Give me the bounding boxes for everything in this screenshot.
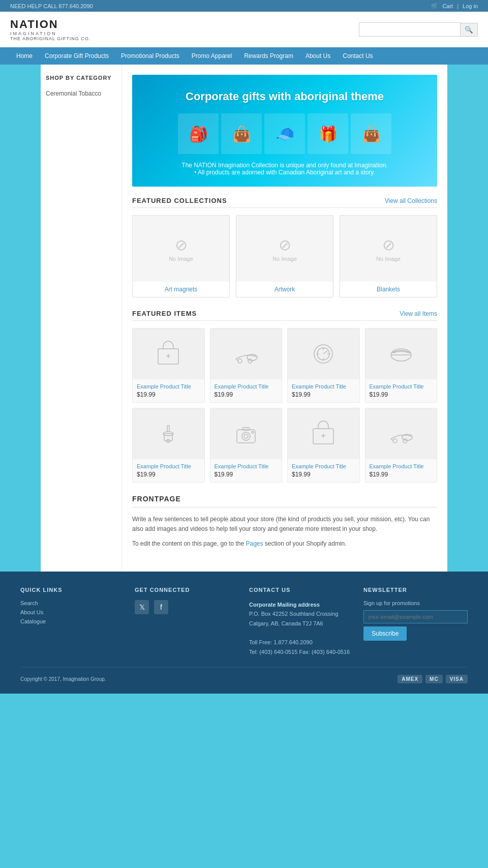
- product-card-4[interactable]: Example Product Title $19.99: [132, 408, 205, 483]
- nav-promotional[interactable]: Promotional Products: [115, 47, 186, 65]
- logo[interactable]: NATION IMAGINATION THE ABORIGINAL GIFTIN…: [10, 18, 90, 41]
- collection-card-artwork[interactable]: ⊘ No Image Artwork: [236, 215, 333, 297]
- product-price-1: $19.99: [215, 391, 278, 398]
- newsletter-title: NEWSLETTER: [363, 587, 468, 593]
- collection-name-art-magnets: Art magnets: [133, 282, 229, 297]
- nav-about[interactable]: About Us: [299, 47, 337, 65]
- footer-link-about[interactable]: About Us: [20, 609, 125, 615]
- svg-point-26: [252, 431, 254, 433]
- product-title-5: Example Product Title: [215, 463, 278, 469]
- nav-promo-apparel[interactable]: Promo Apparel: [186, 47, 238, 65]
- collection-card-blankets[interactable]: ⊘ No Image Blankets: [340, 215, 437, 297]
- product-title-2: Example Product Title: [292, 383, 355, 390]
- sidebar-item-ceremonial-tobacco[interactable]: Ceremonial Tobacco: [46, 88, 116, 99]
- hero-products: 🎒 👜 🧢 🎁 👜: [178, 113, 391, 154]
- product-card-6[interactable]: Example Product Title $19.99: [287, 408, 360, 483]
- search-container: 🔍: [359, 22, 478, 37]
- main-wrapper: SHOP BY CATEGORY Ceremonial Tobacco Corp…: [41, 65, 447, 572]
- product-image-1: [210, 328, 282, 379]
- address-title: Corporate Mailing address: [249, 602, 320, 608]
- hero-product-bag: 👜: [221, 113, 262, 154]
- payment-amex: AMEX: [398, 675, 422, 683]
- svg-point-6: [248, 359, 252, 363]
- no-image-icon-blankets: ⊘: [382, 236, 395, 254]
- product-info-2: Example Product Title $19.99: [288, 379, 359, 402]
- footer-contact-details: Corporate Mailing address P.O. Box 42252…: [249, 600, 353, 657]
- nav-corporate-gift[interactable]: Corporate Gift Products: [39, 47, 115, 65]
- footer-quick-links: QUICK LINKS Search About Us Catalogue: [20, 587, 125, 657]
- product-image-6: [288, 408, 359, 459]
- no-image-label-artwork: No Image: [272, 256, 297, 262]
- product-card-0[interactable]: Example Product Title $19.99: [132, 328, 205, 403]
- logo-main: NATION: [10, 18, 90, 31]
- footer-link-catalogue[interactable]: Catalogue: [20, 618, 125, 624]
- view-all-items[interactable]: View all Items: [400, 310, 437, 317]
- product-card-3[interactable]: Example Product Title $19.99: [365, 328, 438, 403]
- featured-collections-section: FEATURED COLLECTIONS View all Collection…: [132, 197, 437, 297]
- product-info-4: Example Product Title $19.99: [133, 459, 204, 482]
- copyright: Copyright © 2017, Imagination Group.: [20, 676, 106, 682]
- collections-grid: ⊘ No Image Art magnets ⊘ No Image Artwor…: [132, 215, 437, 297]
- login-link[interactable]: Log in: [463, 3, 478, 9]
- product-title-1: Example Product Title: [215, 383, 278, 390]
- payment-visa: VISA: [446, 675, 468, 683]
- tel: Tel: (403) 640-0515: [249, 649, 297, 655]
- search-button[interactable]: 🔍: [461, 23, 478, 37]
- address-line2: Calgary, AB, Canada T2J 7A6: [249, 620, 323, 626]
- collection-card-art-magnets[interactable]: ⊘ No Image Art magnets: [132, 215, 230, 297]
- subscribe-button[interactable]: Subscribe: [363, 626, 407, 641]
- product-card-5[interactable]: Example Product Title $19.99: [210, 408, 283, 483]
- nav-rewards[interactable]: Rewards Program: [238, 47, 299, 65]
- footer-link-search[interactable]: Search: [20, 600, 125, 606]
- product-image-7: [365, 408, 437, 459]
- svg-point-33: [403, 439, 407, 443]
- svg-point-23: [242, 432, 250, 440]
- hero-product-gift: 🎁: [308, 113, 348, 154]
- quick-links-title: QUICK LINKS: [20, 587, 125, 593]
- main-content: Corporate gifts with aboriginal theme 🎒 …: [122, 65, 447, 572]
- svg-rect-25: [242, 428, 250, 430]
- product-card-2[interactable]: Example Product Title $19.99: [287, 328, 360, 403]
- view-all-collections[interactable]: View all Collections: [385, 197, 437, 204]
- newsletter-email-input[interactable]: [363, 610, 468, 623]
- collections-title: FEATURED COLLECTIONS: [132, 197, 227, 204]
- cart-icon: 🛒: [431, 3, 438, 9]
- cart-link[interactable]: Cart: [442, 3, 453, 9]
- sidebar-title: SHOP BY CATEGORY: [46, 75, 116, 81]
- sidebar: SHOP BY CATEGORY Ceremonial Tobacco: [41, 65, 122, 572]
- top-bar: NEED HELP CALL 877.640.2090 🛒 Cart | Log…: [0, 0, 488, 12]
- twitter-icon[interactable]: 𝕏: [135, 600, 149, 614]
- product-card-7[interactable]: Example Product Title $19.99: [365, 408, 438, 483]
- product-title-4: Example Product Title: [137, 463, 200, 469]
- collection-image-blankets: ⊘ No Image: [340, 216, 437, 282]
- product-card-1[interactable]: Example Product Title $19.99: [210, 328, 283, 403]
- hero-banner: Corporate gifts with aboriginal theme 🎒 …: [132, 75, 437, 187]
- footer-newsletter: NEWSLETTER Sign up for promotions Subscr…: [363, 587, 468, 657]
- product-price-3: $19.99: [370, 391, 433, 398]
- hero-product-backpack: 🎒: [178, 113, 219, 154]
- featured-items-section: FEATURED ITEMS View all Items Example: [132, 310, 437, 483]
- nav-home[interactable]: Home: [10, 47, 39, 65]
- fax: Fax: (403) 640-0516: [299, 649, 350, 655]
- collection-image-artwork: ⊘ No Image: [236, 216, 333, 282]
- pages-link[interactable]: Pages: [246, 540, 263, 547]
- get-connected-title: GET CONNECTED: [135, 587, 239, 593]
- svg-point-24: [244, 434, 248, 438]
- footer-bottom: Copyright © 2017, Imagination Group. AME…: [20, 667, 468, 683]
- product-info-7: Example Product Title $19.99: [365, 459, 437, 482]
- divider: |: [457, 3, 459, 9]
- product-title-7: Example Product Title: [370, 463, 433, 469]
- frontpage-title: FRONTPAGE: [132, 495, 437, 507]
- nav-contact[interactable]: Contact Us: [337, 47, 379, 65]
- payment-icons: AMEX MC VISA: [398, 675, 468, 683]
- product-title-6: Example Product Title: [292, 463, 355, 469]
- footer-contact-us: CONTACT US Corporate Mailing address P.O…: [249, 587, 353, 657]
- product-price-2: $19.99: [292, 391, 355, 398]
- search-input[interactable]: [359, 22, 461, 37]
- no-image-icon-artwork: ⊘: [279, 236, 291, 254]
- frontpage-edit: To edit the content on this page, go to …: [132, 539, 437, 549]
- facebook-icon[interactable]: f: [154, 600, 168, 614]
- products-grid: Example Product Title $19.99: [132, 328, 437, 483]
- contact-us-title: CONTACT US: [249, 587, 353, 593]
- social-icons: 𝕏 f: [135, 600, 239, 614]
